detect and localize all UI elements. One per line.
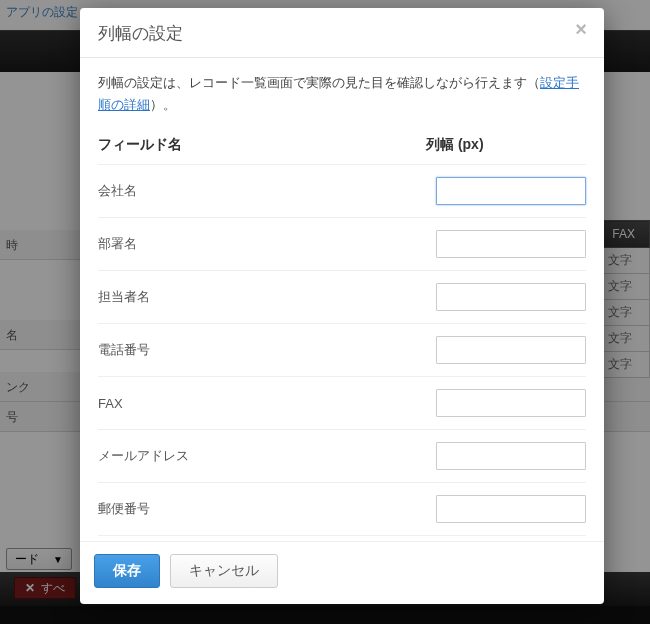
field-name-label: 会社名 — [98, 182, 436, 200]
cancel-button[interactable]: キャンセル — [170, 554, 278, 588]
column-width-input[interactable] — [436, 442, 586, 470]
field-row: 電話番号 — [98, 323, 586, 376]
field-row: FAX — [98, 376, 586, 429]
column-width-header: 列幅 (px) — [426, 136, 586, 154]
field-name-label: 電話番号 — [98, 341, 436, 359]
dialog-body: 列幅の設定は、レコード一覧画面で実際の見た目を確認しながら行えます（設定手順の詳… — [80, 58, 604, 541]
column-width-input[interactable] — [436, 495, 586, 523]
field-name-label: 郵便番号 — [98, 500, 436, 518]
dialog-header: 列幅の設定 × — [80, 8, 604, 58]
field-row: 郵便番号 — [98, 482, 586, 535]
dialog-footer: 保存 キャンセル — [80, 541, 604, 604]
field-name-label: FAX — [98, 396, 436, 411]
column-width-input[interactable] — [436, 177, 586, 205]
close-icon: × — [575, 18, 587, 40]
dialog-title: 列幅の設定 — [98, 22, 586, 45]
table-header: フィールド名 列幅 (px) — [98, 130, 586, 164]
column-width-dialog: 列幅の設定 × 列幅の設定は、レコード一覧画面で実際の見た目を確認しながら行えま… — [80, 8, 604, 604]
field-name-label: 担当者名 — [98, 288, 436, 306]
field-row: メールアドレス — [98, 429, 586, 482]
field-row: 部署名 — [98, 217, 586, 270]
field-row: 会社名 — [98, 164, 586, 217]
close-button[interactable]: × — [568, 16, 594, 42]
field-name-label: メールアドレス — [98, 447, 436, 465]
column-width-input[interactable] — [436, 389, 586, 417]
column-width-input[interactable] — [436, 283, 586, 311]
save-button[interactable]: 保存 — [94, 554, 160, 588]
field-name-label: 部署名 — [98, 235, 436, 253]
dialog-description: 列幅の設定は、レコード一覧画面で実際の見た目を確認しながら行えます（設定手順の詳… — [98, 72, 586, 116]
column-width-input[interactable] — [436, 336, 586, 364]
field-row: 担当者名 — [98, 270, 586, 323]
column-width-input[interactable] — [436, 230, 586, 258]
field-name-header: フィールド名 — [98, 136, 426, 154]
